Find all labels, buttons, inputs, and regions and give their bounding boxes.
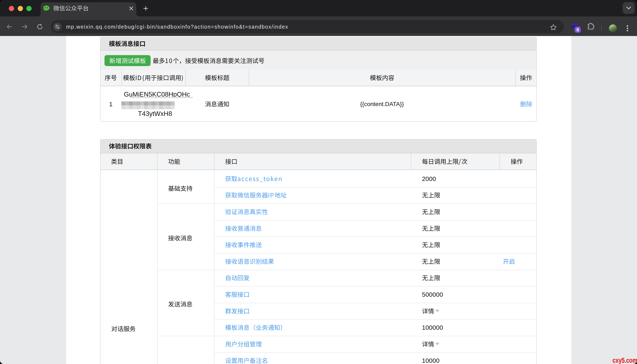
svg-text:8: 8 <box>576 27 579 32</box>
